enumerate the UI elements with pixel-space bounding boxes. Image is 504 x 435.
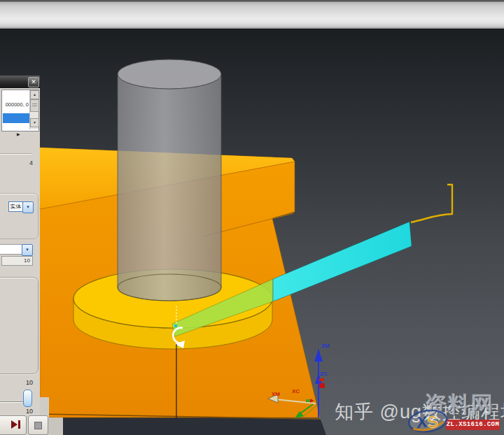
top-toolbar bbox=[0, 0, 504, 29]
slider-thumb[interactable] bbox=[23, 390, 32, 407]
xm-axis-label: XM bbox=[272, 391, 280, 397]
solid-type-combo[interactable]: 实体 bbox=[8, 201, 23, 212]
points-listbox[interactable]: 000000, 0 ▲ ▼ bbox=[1, 90, 39, 131]
value-spinner[interactable]: 10 bbox=[1, 256, 33, 266]
slider-value-label: 10 bbox=[26, 408, 33, 415]
combo-dropdown-icon[interactable]: ▼ bbox=[22, 201, 34, 213]
vertical-scrollbar[interactable]: ▲ ▼ bbox=[29, 90, 38, 129]
z-arrowhead-mcs bbox=[314, 349, 323, 362]
list-item[interactable]: 000000, 0 bbox=[6, 101, 29, 108]
speed-slider[interactable] bbox=[0, 401, 24, 402]
operation-dialog-panel: ✕ 000000, 0 ▲ ▼ ▶ 4 实体 ▼ ▼ 10 10 10 bbox=[0, 76, 40, 435]
origin-green-tick bbox=[306, 399, 310, 402]
contact-point-marker bbox=[174, 325, 177, 327]
scroll-up-icon[interactable]: ▲ bbox=[30, 90, 39, 99]
viewport-3d-svg: ZM ZC XM XC bbox=[0, 0, 504, 435]
tool-cylinder-top[interactable] bbox=[118, 59, 221, 89]
axis-red-tick bbox=[319, 378, 324, 381]
scroll-down-icon[interactable]: ▼ bbox=[30, 118, 39, 127]
stop-icon bbox=[34, 422, 42, 429]
settings-group-box bbox=[0, 277, 38, 374]
scroll-right-icon[interactable]: ▶ bbox=[17, 131, 20, 136]
close-icon[interactable]: ✕ bbox=[28, 77, 39, 87]
separator bbox=[0, 153, 31, 155]
zc-axis-label: ZC bbox=[320, 371, 328, 377]
xs-oval-icon: X S bbox=[407, 408, 449, 435]
count-label: 4 bbox=[29, 159, 33, 166]
play-to-end-button[interactable] bbox=[0, 415, 27, 435]
tool-cylinder-body[interactable] bbox=[118, 74, 221, 301]
logo-site-badge: ZL.XS1616.COM bbox=[446, 420, 500, 430]
selection-group-box bbox=[0, 193, 38, 239]
selected-list-row[interactable] bbox=[3, 113, 29, 123]
stop-button[interactable] bbox=[28, 415, 48, 435]
graphics-viewport[interactable]: ZM ZC XM XC bbox=[0, 29, 504, 435]
origin-marker bbox=[319, 383, 325, 388]
highlight-strip[interactable] bbox=[273, 222, 412, 301]
nx-cam-window: { "icons": { "close": "✕", "scroll_up": … bbox=[0, 0, 504, 435]
zm-axis-label: ZM bbox=[321, 343, 330, 349]
option-dropdown-icon[interactable]: ▼ bbox=[22, 244, 33, 256]
xc-axis-label: XC bbox=[292, 388, 300, 394]
play-to-end-icon bbox=[10, 420, 22, 430]
toolpath-curve[interactable] bbox=[411, 185, 452, 222]
scrollbar-thumb[interactable] bbox=[30, 99, 39, 112]
ziliao-logo-watermark: 资料网 ZL.XS1616.COM X S bbox=[407, 393, 504, 435]
option-field[interactable] bbox=[0, 244, 22, 255]
slider-max-label: 10 bbox=[26, 379, 33, 386]
